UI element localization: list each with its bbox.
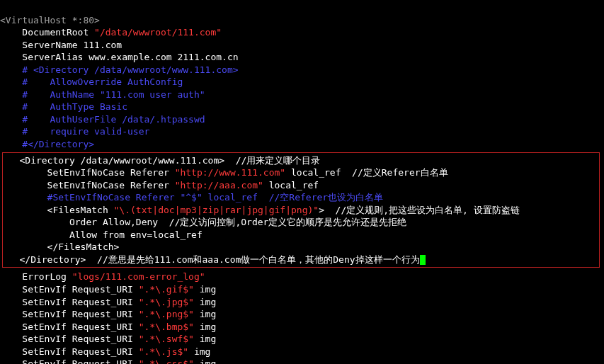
directive-setenvif-js: SetEnvIf Request_URI (0, 346, 139, 357)
directive-setenvif-jpg: SetEnvIf Request_URI (0, 297, 139, 307)
comment-cn-referer-1: //定义Referer白名单 (341, 167, 448, 178)
tag-filesmatch-close: </FilesMatch> (3, 241, 119, 252)
string-jpg-regex: ".*\.jpg$" (139, 297, 194, 307)
arg-localref-1: local_ref (285, 167, 341, 178)
highlight-box: <Directory /data/wwwroot/www.111.com> //… (2, 152, 600, 268)
directive-setenvif-css: SetEnvIf Request_URI (0, 358, 139, 364)
tag-filesmatch-open: <FilesMatch (3, 205, 114, 215)
arg-img-bmp: img (194, 322, 216, 332)
arg-img-jpg: img (194, 297, 216, 307)
directive-serveralias: ServerAlias www.example.com 2111.com.cn (0, 52, 239, 62)
string-docroot: "/data/wwwroot/111.com" (94, 27, 222, 38)
comment-allowoverride: # AllowOverride AuthConfig (0, 76, 183, 87)
string-referer-1: "http://www.111.com" (175, 167, 286, 178)
comment-cn-rules: //定义规则,把这些设为白名单, 设置防盗链 (324, 205, 520, 215)
comment-empty-referer: #SetEnvIfNoCase Referer "^$" local_ref /… (3, 192, 383, 203)
directive-allow: Allow from env=local_ref (3, 229, 203, 240)
directive-setenvif-1: SetEnvIfNoCase Referer (3, 167, 175, 178)
comment-authname: # AuthName "111.com user auth" (0, 89, 205, 100)
arg-img-swf: img (194, 334, 216, 344)
arg-img-gif: img (194, 284, 216, 295)
directive-setenvif-2: SetEnvIfNoCase Referer (3, 180, 175, 190)
directive-setenvif-png: SetEnvIf Request_URI (0, 309, 139, 319)
string-js-regex: ".*\.js$" (139, 346, 188, 357)
string-bmp-regex: ".*\.bmp$" (139, 322, 194, 332)
directive-order: Order Allow,Deny (3, 217, 158, 227)
string-referer-2: "http://aaa.com" (175, 180, 263, 190)
comment-authuserfile: # AuthUserFile /data/.htpasswd (0, 114, 205, 125)
code-block: <VirtualHost *:80> DocumentRoot "/data/w… (0, 0, 604, 364)
tag-directory-close: </Directory> (3, 254, 86, 265)
string-css-regex: ".*\.css$" (139, 358, 194, 364)
comment-directory-close: #</Directory> (0, 139, 94, 149)
tag-directory-open: <Directory /data/wwwroot/www.111.com> (3, 155, 224, 166)
directive-setenvif-bmp: SetEnvIf Request_URI (0, 322, 139, 332)
arg-img-js: img (188, 346, 210, 357)
comment-cn-order: //定义访问控制,Order定义它的顺序是先允许还是先拒绝 (158, 217, 406, 227)
comment-cn-summary: //意思是先给111.com和aaa.com做一个白名单，其他的Deny掉这样一… (86, 254, 419, 265)
string-errorlog: "logs/111.com-error_log" (72, 271, 205, 282)
comment-authtype: # AuthType Basic (0, 101, 127, 112)
comment-directory-open: # <Directory /data/wwwroot/www.111.com> (0, 64, 239, 75)
tag-virtualhost-open: <VirtualHost *:80> (0, 15, 100, 25)
string-gif-regex: ".*\.gif$" (139, 284, 194, 295)
directive-setenvif-gif: SetEnvIf Request_URI (0, 284, 139, 295)
directive-servername: ServerName 111.com (0, 40, 122, 50)
comment-cn-directory: //用来定义哪个目录 (224, 155, 320, 166)
string-filesmatch-regex: "\.(txt|doc|mp3|zip|rar|jpg|gif|png)" (114, 205, 319, 215)
arg-img-css: img (194, 358, 216, 364)
tag-filesmatch-gt: > (319, 205, 324, 215)
comment-require: # require valid-user (0, 126, 149, 137)
arg-img-png: img (194, 309, 216, 319)
directive-errorlog: ErrorLog (0, 271, 72, 282)
directive-setenvif-swf: SetEnvIf Request_URI (0, 334, 139, 344)
directive-documentroot: DocumentRoot (0, 27, 94, 38)
text-cursor (420, 255, 426, 265)
string-png-regex: ".*\.png$" (139, 309, 194, 319)
arg-localref-2: local_ref (263, 180, 319, 190)
string-swf-regex: ".*\.swf$" (139, 334, 194, 344)
